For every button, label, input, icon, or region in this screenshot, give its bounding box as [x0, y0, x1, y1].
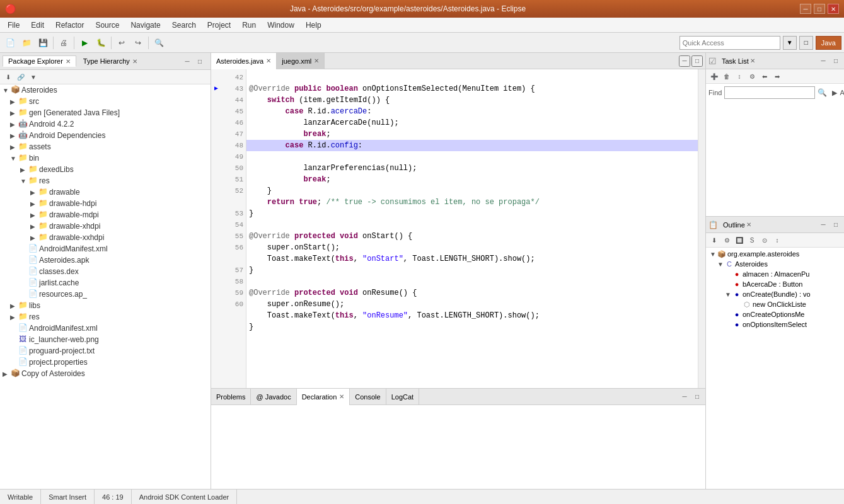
outline-hide-static[interactable]: S — [746, 234, 758, 246]
task-find-input[interactable] — [724, 86, 815, 99]
expand-drawable-mdpi[interactable]: ▶ — [30, 212, 38, 219]
tree-item-project-props[interactable]: ▶ 📄 project.properties — [0, 357, 211, 368]
tab-declaration-close[interactable]: ✕ — [339, 393, 344, 400]
tab-console[interactable]: Console — [350, 389, 386, 405]
qa-btn-2[interactable]: □ — [799, 36, 813, 50]
expand-oncreate[interactable]: ▼ — [725, 291, 732, 298]
tree-item-drawable-xxhdpi[interactable]: ▶ 📁 drawable-xxhdpi — [0, 232, 211, 243]
tree-item-libs[interactable]: ▶ 📁 libs — [0, 300, 211, 311]
expand-package[interactable]: ▼ — [710, 251, 717, 258]
expand-drawable-xxhdpi[interactable]: ▶ — [30, 234, 38, 241]
expand-dexedlibs[interactable]: ▶ — [20, 166, 28, 173]
tree-item-jarlist[interactable]: ▶ 📄 jarlist.cache — [0, 277, 211, 289]
tree-item-apk[interactable]: ▶ 📄 Asteroides.apk — [0, 255, 211, 266]
tab-juego-xml[interactable]: juego.xml ✕ — [277, 53, 325, 69]
outline-hide-nonpub[interactable]: ⊙ — [759, 234, 770, 246]
tree-item-src[interactable]: ▶ 📁 src — [0, 96, 211, 107]
open-button[interactable]: 📁 — [19, 35, 34, 50]
outline-hide-fields[interactable]: 🔲 — [734, 234, 745, 246]
tab-asteroides-java-close[interactable]: ✕ — [266, 57, 271, 64]
bottom-maximize-button[interactable]: □ — [691, 391, 703, 403]
link-editor-button[interactable]: 🔗 — [15, 71, 26, 83]
outline-item-oncreate[interactable]: ▼ ● onCreate(Bundle) : vo — [706, 289, 844, 299]
tree-item-androidmanifest[interactable]: ▶ 📄 AndroidManifest.xml — [0, 323, 211, 334]
task-new-button[interactable]: ➕ — [708, 71, 720, 82]
debug-button[interactable]: 🐛 — [93, 35, 108, 50]
expand-drawable[interactable]: ▶ — [30, 189, 38, 196]
tree-item-gen[interactable]: ▶ 📁 gen [Generated Java Files] — [0, 107, 211, 118]
menu-refactor[interactable]: Refactor — [50, 20, 89, 31]
tree-item-res[interactable]: ▶ 📁 res — [0, 311, 211, 323]
pkg-menu-button[interactable]: ▼ — [28, 71, 39, 83]
task-expand-button[interactable]: ➡ — [772, 71, 783, 82]
save-button[interactable]: 💾 — [35, 35, 50, 50]
print-button[interactable]: 🖨 — [56, 35, 71, 50]
undo-button[interactable]: ↩ — [114, 35, 129, 50]
redo-button[interactable]: ↪ — [130, 35, 146, 50]
task-all-label[interactable]: All — [840, 89, 844, 96]
menu-help[interactable]: Help — [301, 20, 327, 31]
outline-expand-all[interactable]: ↕ — [772, 234, 783, 246]
code-content[interactable]: @Override public boolean onOptionsItemSe… — [246, 69, 698, 388]
menu-run[interactable]: Run — [237, 20, 261, 31]
task-filter-button[interactable]: ⚙ — [746, 71, 758, 82]
quick-access-input[interactable] — [679, 36, 780, 50]
expand-drawable-xhdpi[interactable]: ▶ — [30, 223, 38, 230]
package-explorer-tab[interactable]: Package Explorer ✕ — [3, 55, 76, 67]
tree-item-androidmanifest-bin[interactable]: ▶ 📄 AndroidManifest.xml — [0, 243, 211, 255]
tree-item-drawable-hdpi[interactable]: ▶ 📁 drawable-hdpi — [0, 198, 211, 209]
tree-item-assets[interactable]: ▶ 📁 assets — [0, 141, 211, 152]
java-perspective-button[interactable]: Java — [816, 36, 841, 50]
outline-minimize-button[interactable]: ─ — [818, 219, 829, 231]
outline-maximize-button[interactable]: □ — [830, 219, 841, 231]
expand-res[interactable]: ▶ — [10, 314, 18, 321]
expand-bin[interactable]: ▼ — [10, 155, 18, 162]
task-list-close[interactable]: ✕ — [750, 57, 755, 64]
expand-libs[interactable]: ▶ — [10, 302, 18, 309]
expand-drawable-hdpi[interactable]: ▶ — [30, 200, 38, 207]
package-explorer-close[interactable]: ✕ — [66, 58, 71, 65]
tree-item-bin-res[interactable]: ▼ 📁 res — [0, 175, 211, 186]
menu-edit[interactable]: Edit — [26, 20, 49, 31]
tree-item-android422[interactable]: ▶ 🤖 Android 4.2.2 — [0, 118, 211, 130]
expand-class[interactable]: ▼ — [717, 261, 725, 268]
outline-item-onclickliste[interactable]: ▶ ⬡ new OnClickListe — [706, 299, 844, 309]
tab-asteroides-java[interactable]: Asteroides.java ✕ — [211, 53, 277, 69]
task-sort-button[interactable]: ↕ — [734, 71, 745, 82]
expand-gen[interactable]: ▶ — [10, 110, 18, 117]
collapse-all-button[interactable]: ⬇ — [3, 71, 14, 83]
task-search-icon[interactable]: 🔍 — [818, 88, 827, 97]
menu-file[interactable]: File — [3, 20, 25, 31]
menu-navigate[interactable]: Navigate — [125, 20, 165, 31]
tree-item-classes-dex[interactable]: ▶ 📄 classes.dex — [0, 266, 211, 277]
run-button[interactable]: ▶ — [77, 35, 92, 50]
close-button[interactable]: ✕ — [828, 4, 839, 14]
minimize-button[interactable]: ─ — [800, 4, 811, 14]
tree-item-dexedlibs[interactable]: ▶ 📁 dexedLibs — [0, 164, 211, 175]
qa-btn-1[interactable]: ▼ — [783, 36, 797, 50]
tree-item-bin[interactable]: ▼ 📁 bin — [0, 152, 211, 164]
outline-close[interactable]: ✕ — [746, 221, 751, 228]
search-button[interactable]: 🔍 — [151, 35, 166, 50]
new-button[interactable]: 📄 — [3, 35, 18, 50]
maximize-button[interactable]: □ — [814, 4, 825, 14]
outline-item-class[interactable]: ▼ C Asteroides — [706, 259, 844, 269]
task-del-button[interactable]: 🗑 — [721, 71, 732, 82]
outline-item-oncreateoptionsmenu[interactable]: ▶ ● onCreateOptionsMe — [706, 309, 844, 319]
task-maximize-button[interactable]: □ — [830, 55, 841, 67]
maximize-left-button[interactable]: □ — [194, 55, 205, 67]
type-hierarchy-tab[interactable]: Type Hierarchy ✕ — [78, 55, 143, 67]
tree-item-proguard[interactable]: ▶ 📄 proguard-project.txt — [0, 345, 211, 357]
expand-assets[interactable]: ▶ — [10, 144, 18, 151]
outline-filter-button[interactable]: ⚙ — [721, 234, 732, 246]
outline-item-almacen[interactable]: ▶ ● almacen : AlmacenPu — [706, 269, 844, 279]
task-collapse-button[interactable]: ⬅ — [759, 71, 770, 82]
tree-item-ic-launcher[interactable]: ▶ 🖼 ic_launcher-web.png — [0, 334, 211, 345]
task-list-tab[interactable]: Task List ✕ — [719, 56, 758, 66]
menu-source[interactable]: Source — [90, 20, 124, 31]
tree-item-drawable[interactable]: ▶ 📁 drawable — [0, 186, 211, 198]
menu-window[interactable]: Window — [262, 20, 299, 31]
tree-item-resources-ap[interactable]: ▶ 📄 resources.ap_ — [0, 289, 211, 300]
tab-juego-xml-close[interactable]: ✕ — [314, 57, 319, 64]
menu-search[interactable]: Search — [167, 20, 201, 31]
